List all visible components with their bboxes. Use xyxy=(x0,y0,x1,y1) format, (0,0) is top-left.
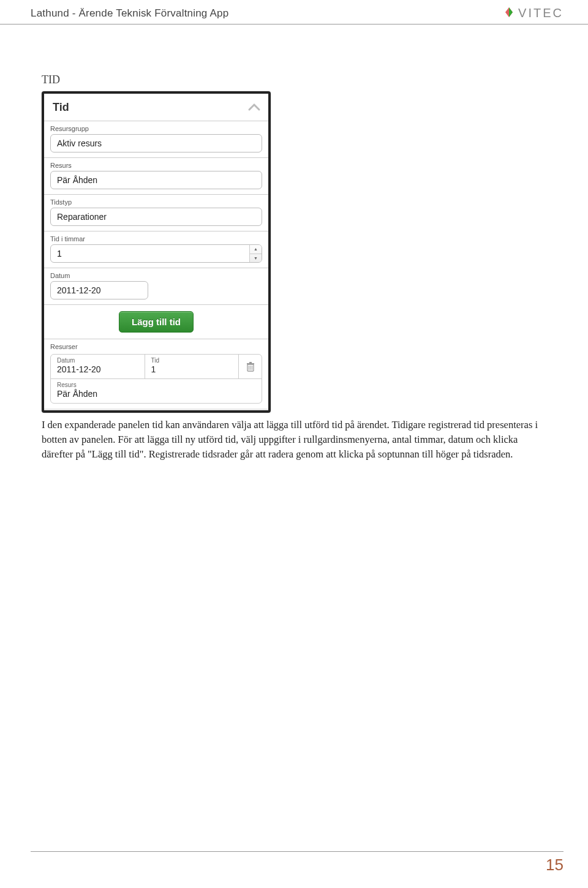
field-label: Resursgrupp xyxy=(50,125,262,132)
panel-header[interactable]: Tid xyxy=(44,94,268,121)
panel-title: Tid xyxy=(53,101,69,114)
field-datum: Datum xyxy=(44,268,268,305)
app-screenshot: Tid Resursgrupp Resurs Tidstyp Tid i tim… xyxy=(42,91,271,413)
resource-row: Datum 2011-12-20 Tid 1 xyxy=(50,354,262,404)
res-datum-value: 2011-12-20 xyxy=(57,364,101,374)
datum-input[interactable] xyxy=(50,281,148,299)
field-label: Tidstyp xyxy=(50,198,262,206)
field-tidstyp: Tidstyp xyxy=(44,195,268,231)
page-footer: 15 xyxy=(31,851,564,875)
field-timmar: Tid i timmar ▲ ▼ xyxy=(44,231,268,268)
res-tid-value: 1 xyxy=(151,364,156,374)
res-resurs-value: Pär Åhden xyxy=(57,389,97,399)
res-resurs-label: Resurs xyxy=(57,382,255,388)
svg-rect-4 xyxy=(247,363,254,364)
brand-text: VITEC xyxy=(518,6,564,20)
field-label: Resurs xyxy=(50,162,262,169)
hours-input[interactable] xyxy=(51,245,249,262)
tidstyp-input[interactable] xyxy=(50,208,262,226)
svg-rect-5 xyxy=(249,362,252,363)
resursgrupp-input[interactable] xyxy=(50,134,262,152)
res-tid-label: Tid xyxy=(151,357,233,364)
add-button-row: Lägg till tid xyxy=(44,305,268,339)
brand-icon xyxy=(503,7,514,20)
add-time-button[interactable]: Lägg till tid xyxy=(119,311,194,333)
field-label: Datum xyxy=(50,272,262,279)
step-down-button[interactable]: ▼ xyxy=(250,254,262,263)
brand: VITEC xyxy=(503,6,564,20)
field-resurs: Resurs xyxy=(44,158,268,195)
page-header: Lathund - Ärende Teknisk Förvaltning App… xyxy=(0,0,588,24)
resources-block: Resurser Datum 2011-12-20 Tid 1 xyxy=(44,339,268,408)
body-paragraph: I den expanderade panelen tid kan använd… xyxy=(42,418,550,462)
section-heading: TID xyxy=(42,73,557,86)
step-up-button[interactable]: ▲ xyxy=(250,245,262,254)
stepper-buttons: ▲ ▼ xyxy=(249,245,262,262)
chevron-up-icon xyxy=(247,99,261,115)
resources-title: Resurser xyxy=(50,343,262,350)
content: TID Tid Resursgrupp Resurs Tidstyp Tid i… xyxy=(0,24,588,462)
resurs-input[interactable] xyxy=(50,171,262,189)
field-resursgrupp: Resursgrupp xyxy=(44,121,268,158)
res-datum-cell: Datum 2011-12-20 xyxy=(51,355,145,378)
field-label: Tid i timmar xyxy=(50,235,262,243)
page-title: Lathund - Ärende Teknisk Förvaltning App xyxy=(31,7,228,20)
hours-stepper[interactable]: ▲ ▼ xyxy=(50,244,262,263)
delete-cell xyxy=(238,355,262,378)
page-number: 15 xyxy=(546,856,564,874)
res-resurs-cell: Resurs Pär Åhden xyxy=(51,378,262,403)
res-tid-cell: Tid 1 xyxy=(145,355,239,378)
trash-icon[interactable] xyxy=(246,361,255,375)
res-datum-label: Datum xyxy=(57,357,138,364)
